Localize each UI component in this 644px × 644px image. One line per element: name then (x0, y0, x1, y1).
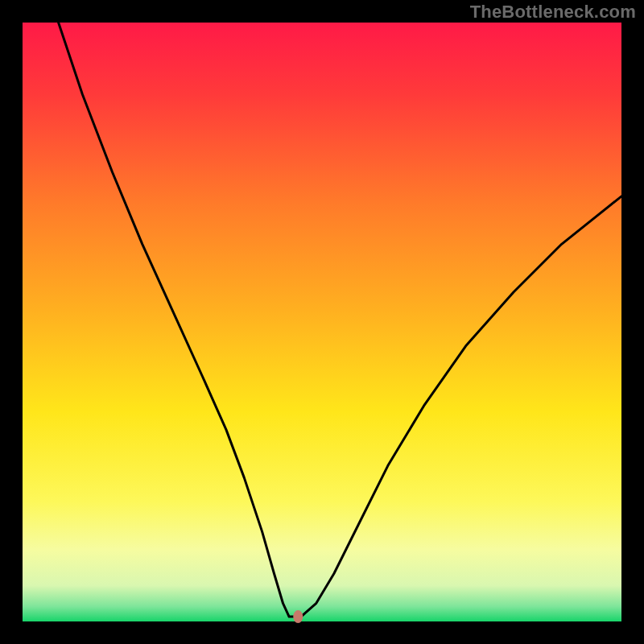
chart-frame: TheBottleneck.com (0, 0, 644, 644)
plot-background (23, 23, 621, 621)
optimal-point-marker (293, 610, 303, 623)
bottleneck-chart (0, 0, 644, 644)
